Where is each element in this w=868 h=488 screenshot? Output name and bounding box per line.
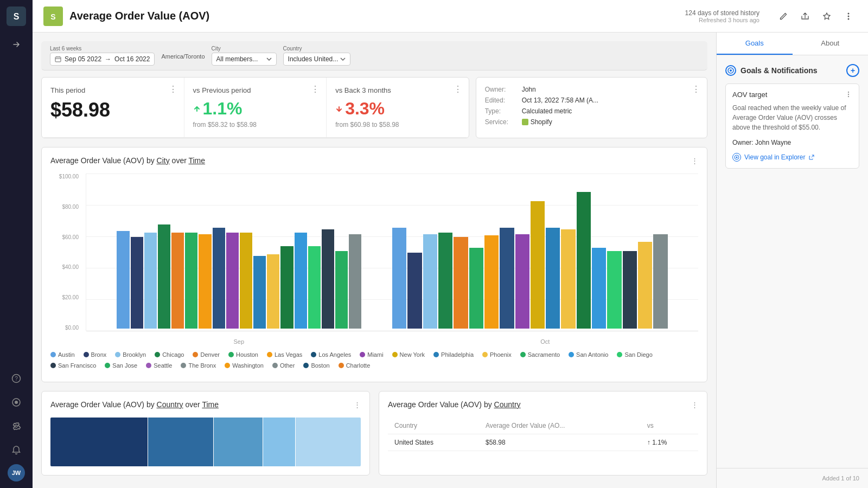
city-select[interactable]: All members... [212,53,277,66]
legend-item-charlotte: Charlotte [339,362,371,369]
chart-title: Average Order Value (AOV) by City over T… [50,156,205,165]
panel-section-title-group: Goals & Notifications [725,65,818,76]
settings-icon[interactable] [7,416,26,436]
sidebar-logo[interactable]: S [7,7,26,26]
filter-bar: Last 6 weeks Sep 05 2022 → Oct 16 2022 A… [41,41,707,70]
user-avatar[interactable]: JW [8,464,25,481]
this-period-more-btn[interactable]: ⋮ [169,84,177,94]
sidebar: S ? JW [0,0,33,488]
vs-previous-change: 1.1% [193,99,318,119]
country-time-by1[interactable]: Country [157,400,183,409]
info-more-btn[interactable]: ⋮ [692,84,700,94]
header-info: 124 days of stored history Refreshed 3 h… [685,9,760,23]
grid-line-100 [86,331,698,331]
palette-icon[interactable] [7,393,26,412]
metric-cards: ⋮ This period $58.98 ⋮ vs Previous perio… [41,77,469,138]
this-period-value: $58.98 [50,99,175,121]
svg-point-9 [848,15,850,17]
legend-label: San Jose [112,362,137,369]
bar-sep-miami [226,233,239,329]
bar-sep-austin [117,231,129,329]
row-change: ↑ 1.1% [641,434,698,451]
legend-dot [360,352,365,357]
star-button[interactable] [818,8,835,25]
city-filter-group: City All members... [212,46,277,66]
service-badge: Shopify [522,118,552,126]
ctbar-1 [50,418,148,466]
view-goal-link[interactable]: View goal in Explorer [732,153,852,162]
chart-by2[interactable]: Time [188,156,205,165]
country-select[interactable]: Includes United... [283,53,351,66]
legend-item-los-angeles: Los Angeles [311,351,351,358]
period-labels: Sep Oct [86,338,698,345]
oct-bars-group [392,174,668,331]
legend-dot [115,352,120,357]
add-goal-button[interactable]: + [846,64,859,77]
top-header: S Average Order Value (AOV) 124 days of … [33,0,868,33]
country-time-more-btn[interactable]: ⋮ [354,401,361,409]
city-label: City [212,46,277,52]
chart-more-btn[interactable]: ⋮ [691,157,698,165]
tab-goals[interactable]: Goals [717,33,793,55]
legend-dot [311,352,316,357]
country-table-by1[interactable]: Country [494,400,521,409]
edit-button[interactable] [775,8,792,25]
bar-oct-austin [392,228,406,329]
y-label-40: $40.00 [62,264,79,270]
bottom-charts-row: Average Order Value (AOV) by Country ove… [41,391,707,476]
legend-label: Chicago [162,351,184,358]
legend-label: Other [280,362,295,369]
nav-arrow-icon[interactable] [7,35,26,54]
share-button[interactable] [796,8,814,25]
vs-back-label: vs Back 3 months [335,86,460,94]
chevron-down-icon [266,57,272,61]
country-table-title: Average Order Value (AOV) by Country [388,400,521,409]
legend-dot [181,363,186,368]
right-panel: Goals About Goals & Notifications + [716,33,868,488]
bar-sep-sacramento [280,246,293,329]
chart-title-text: Average Order Value (AOV) by [50,156,155,165]
legend-dot [520,352,526,357]
bar-oct-other [653,234,667,329]
main-area: S Average Order Value (AOV) 124 days of … [33,0,868,488]
legend-label: Brooklyn [123,351,146,358]
legend-item-houston: Houston [228,351,258,358]
chart-legend: AustinBronxBrooklynChicagoDenverHoustonL… [50,347,698,373]
goal-owner-label: Owner: [732,139,754,146]
legend-label: Los Angeles [318,351,351,358]
tab-about[interactable]: About [793,33,869,55]
goal-more-btn[interactable] [845,91,852,98]
bar-oct-chicago [438,233,452,329]
sep-bars-group [117,174,361,331]
edited-value: Oct 13, 2022 7:58 AM (A... [522,97,598,104]
country-table-more-btn[interactable]: ⋮ [691,401,698,409]
legend-item-san-jose: San Jose [105,362,137,369]
date-range-control[interactable]: Sep 05 2022 → Oct 16 2022 [50,53,155,66]
bar-oct-sanfrancisco [623,251,637,329]
legend-dot [105,363,110,368]
legend-dot [267,352,272,357]
vs-previous-more-btn[interactable]: ⋮ [311,84,320,94]
country-time-title-text: Average Order Value (AOV) by [50,400,155,409]
panel-section-header: Goals & Notifications + [725,64,859,77]
date-arrow: → [105,55,111,63]
goal-circle-icon [727,67,734,74]
header-actions [775,8,857,25]
service-label: Service: [485,118,518,126]
chart-by1[interactable]: City [157,156,170,165]
bar-oct-sandiego [607,251,621,329]
y-label-20: $20.00 [62,294,79,300]
country-time-header: Average Order Value (AOV) by Country ove… [50,400,361,409]
legend-dot [84,352,89,357]
vs-back-more-btn[interactable]: ⋮ [454,84,462,94]
more-button[interactable] [840,8,857,25]
goal-owner-value: John Wayne [755,139,791,146]
country-time-by2[interactable]: Time [202,400,219,409]
type-label: Type: [485,107,518,115]
bell-icon[interactable] [7,440,26,460]
arrow-down-icon [335,105,343,113]
goal-link-icon [732,153,741,162]
legend-dot [617,352,622,357]
legend-item-other: Other [272,362,295,369]
question-icon[interactable]: ? [7,369,26,388]
